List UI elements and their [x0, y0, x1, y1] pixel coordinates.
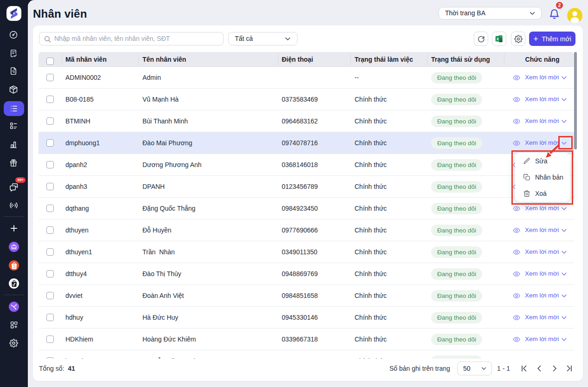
svg-text:X: X: [497, 37, 499, 41]
